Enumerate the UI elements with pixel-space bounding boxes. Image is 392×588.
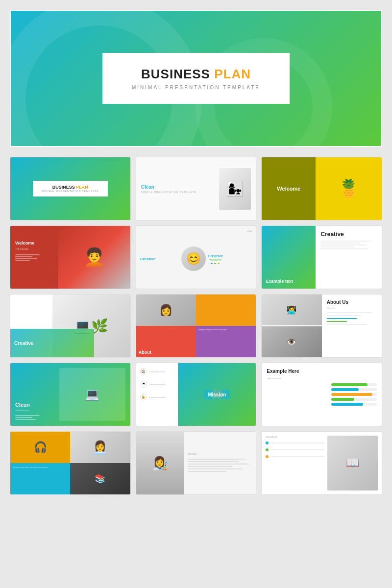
slide-13-dark: 📚: [70, 463, 130, 494]
slide-5-welcome: Welcome: [209, 258, 221, 261]
slide-14[interactable]: 👩‍🎨 2021/2012: [136, 431, 257, 495]
main-subtitle: MINIMAL PRESENTATION TEMPLATE: [132, 85, 260, 90]
slide-2-image: 👩‍👧: [219, 168, 251, 210]
bar-track-5: [331, 403, 377, 406]
line-1: [15, 254, 40, 255]
slide-row-2: Welcome The Canvas 🧑‍🦱 slide Creative 😊 …: [10, 225, 382, 289]
slide-6-example: Example text: [266, 279, 293, 285]
slide-15-content: 2001/2012 📖: [266, 436, 378, 490]
slide-3-welcome: Welcome: [277, 186, 300, 192]
slide-13[interactable]: 🎧 👩‍💼 Lorem ipsum dolor sit amet consect…: [10, 431, 131, 495]
line-2: [15, 256, 32, 257]
bar-track-1: [331, 383, 377, 386]
clean-line-2: [15, 417, 32, 418]
tl15-bar-1: [270, 442, 324, 443]
slide-13-yellow: 🎧: [10, 432, 70, 463]
tl14-6: [188, 471, 226, 472]
slide-4-sublabel: The Canvas: [15, 247, 53, 250]
dot-3: [218, 263, 220, 264]
slide-8-orange: [196, 294, 256, 326]
slide-13-person: 👩‍💼: [70, 432, 130, 463]
slide-12-desc: The lorem ipsum: [267, 377, 316, 380]
slide-14-lines: [188, 457, 252, 473]
slide-1-accent: PLAN: [76, 185, 88, 190]
slide-2-title: Clean: [141, 184, 216, 190]
slide-9-photo-bottom: 👁️: [262, 326, 321, 357]
slide-2-subtitle: SIMPLE PRESENTATION TEMPLATE: [141, 191, 216, 194]
slide-11[interactable]: 🏠 Lorem ipsum dolor ⚑ Lorem ipsum dolor …: [136, 363, 257, 426]
slide-9-photos: 👩‍💻 👁️: [262, 294, 321, 357]
slide-8-text: Sample text here about the topic: [198, 328, 253, 331]
tl15-dot-1: [266, 441, 269, 444]
tl15-dot-3: [266, 455, 269, 458]
bar-fill-2: [331, 388, 359, 391]
tl-1: [320, 241, 371, 242]
slide-3[interactable]: Welcome 🍍: [261, 157, 382, 220]
slide-9-bar-teal: [327, 318, 357, 319]
slide-13-teal: Lorem ipsum dolor sit amet consectetur: [10, 463, 70, 494]
bar-track-2: [331, 388, 377, 391]
slide-15[interactable]: 2001/2012 📖: [261, 431, 382, 495]
slide-2[interactable]: Clean SIMPLE PRESENTATION TEMPLATE 👩‍👧: [136, 157, 257, 220]
slide-11-right: 🤲 Mission: [178, 363, 256, 426]
slide-12[interactable]: Example Here The lorem ipsum: [261, 363, 382, 426]
bar-fill-3: [331, 393, 372, 396]
slide-4-left: Welcome The Canvas: [10, 226, 58, 289]
slide-6[interactable]: Example text Creative: [261, 225, 382, 289]
tl14-4: [188, 466, 233, 467]
slide-5-creative2: Creative: [208, 254, 223, 258]
slide-15-timeline: [266, 441, 324, 458]
slide-10[interactable]: Clean The lorem ipsum 💻: [10, 363, 131, 426]
slide-10-title: Clean: [15, 402, 59, 408]
slide-13-text: Lorem ipsum dolor sit amet consectetur: [13, 466, 67, 469]
slide-1[interactable]: BUSINESS PLAN MINIMAL PRESENTATION TEMPL…: [10, 157, 131, 220]
slide-6-left: Example text: [262, 226, 316, 289]
slide-14-person: 👩‍🎨: [136, 432, 184, 494]
tl14-5: [188, 468, 243, 469]
slide-row-3: 💻🌿 Creative 👩 About Sample text here abo…: [10, 294, 382, 358]
slide-9-bar-green: [327, 321, 347, 322]
slide-15-year: 2001/2012: [266, 436, 324, 439]
slide-4-lines: [15, 253, 53, 261]
slide-9[interactable]: 👩‍💻 👁️ About Us The lorem: [261, 294, 382, 358]
slide-10-sub: The lorem ipsum: [15, 409, 59, 412]
slide-4-welcome: Welcome: [15, 241, 53, 245]
line-4: [15, 260, 30, 261]
slide-6-lines: [320, 240, 377, 250]
slide-11-icon-1: 🏠 Lorem ipsum dolor: [140, 368, 174, 375]
main-title-text: BUSINESS: [141, 67, 210, 81]
slide-8-purple: Sample text here about the topic: [196, 326, 256, 357]
slide-5[interactable]: slide Creative 😊 Creative Welcome: [136, 225, 257, 289]
slide-row-1: BUSINESS PLAN MINIMAL PRESENTATION TEMPL…: [10, 157, 382, 220]
slide-10-left: Clean The lorem ipsum: [15, 368, 59, 421]
tl-5: [320, 248, 368, 249]
slide-1-box: BUSINESS PLAN MINIMAL PRESENTATION TEMPL…: [33, 181, 108, 196]
slide-11-text-1: Lorem ipsum dolor: [149, 370, 166, 373]
slide-7[interactable]: 💻🌿 Creative: [10, 294, 131, 358]
slide-11-left: 🏠 Lorem ipsum dolor ⚑ Lorem ipsum dolor …: [136, 363, 178, 426]
dot-1: [211, 263, 213, 264]
tl14-2: [188, 461, 240, 462]
slide-4[interactable]: Welcome The Canvas 🧑‍🦱: [10, 225, 131, 289]
line-3: [15, 258, 37, 259]
slide-1-subtitle: MINIMAL PRESENTATION TEMPLATE: [42, 190, 99, 193]
bar-fill-4: [331, 398, 354, 401]
tl15-row-1: [266, 441, 324, 444]
slide-5-person: 😊: [181, 246, 206, 271]
bar-fill-5: [331, 403, 363, 406]
main-title-accent: PLAN: [214, 67, 251, 81]
slide-5-dots: [211, 263, 220, 264]
bar-track-3: [331, 393, 377, 396]
slide-8-about: About: [139, 350, 151, 355]
clean-line-1: [15, 415, 40, 416]
tl14-1: [188, 459, 246, 460]
slide-4-right: 🧑‍🦱: [58, 226, 130, 289]
slide-8[interactable]: 👩 About Sample text here about the topic: [136, 294, 257, 358]
slide-8-red: About: [136, 326, 196, 357]
slide-15-left: 2001/2012: [266, 436, 324, 490]
tl-3: [320, 245, 366, 245]
slide-6-creative: Creative: [320, 231, 377, 238]
slide-7-creative: Creative: [14, 341, 33, 346]
slide-3-left: Welcome: [262, 157, 316, 220]
slide-14-right: 2021/2012: [184, 432, 256, 494]
